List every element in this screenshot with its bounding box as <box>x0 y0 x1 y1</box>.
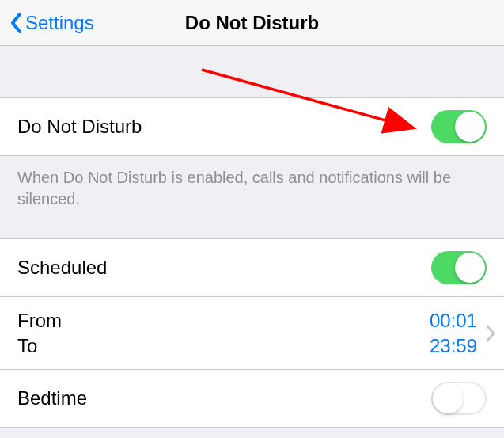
scheduled-row: Scheduled <box>0 239 504 297</box>
scheduled-toggle[interactable] <box>431 251 487 284</box>
bedtime-label: Bedtime <box>17 387 431 409</box>
bedtime-toggle[interactable] <box>431 382 487 415</box>
time-values: 00:01 23:59 <box>430 310 477 357</box>
toggle-knob <box>455 253 485 283</box>
time-labels: From To <box>17 310 430 357</box>
toggle-knob <box>455 112 485 142</box>
scheduled-label: Scheduled <box>17 257 431 279</box>
toggle-knob <box>433 383 463 413</box>
back-label: Settings <box>25 12 94 34</box>
to-value: 23:59 <box>430 335 477 357</box>
dnd-footer-text: When Do Not Disturb is enabled, calls an… <box>0 156 504 239</box>
dnd-label: Do Not Disturb <box>17 116 431 138</box>
to-label: To <box>17 335 430 357</box>
from-label: From <box>17 310 430 332</box>
section-spacer <box>0 46 504 98</box>
page-title: Do Not Disturb <box>185 12 319 34</box>
chevron-left-icon <box>9 12 22 34</box>
navigation-bar: Settings Do Not Disturb <box>0 0 504 46</box>
back-button[interactable]: Settings <box>0 12 94 34</box>
from-value: 00:01 <box>430 310 477 332</box>
dnd-toggle[interactable] <box>431 110 487 143</box>
schedule-time-row[interactable]: From To 00:01 23:59 <box>0 297 504 370</box>
chevron-right-icon <box>485 324 496 343</box>
bedtime-row: Bedtime <box>0 370 504 428</box>
dnd-row: Do Not Disturb <box>0 98 504 156</box>
